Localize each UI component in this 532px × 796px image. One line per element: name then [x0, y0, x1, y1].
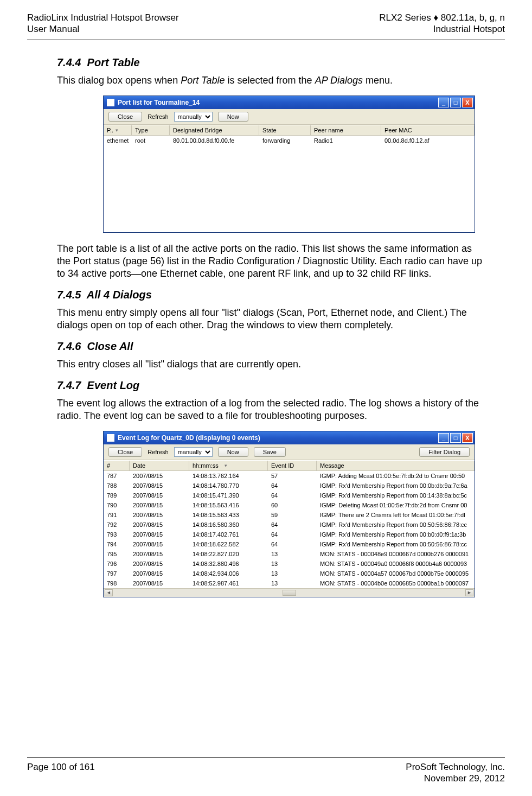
table-row[interactable]: 7982007/08/1514:08:52.987.46113MON: STAT… — [104, 578, 475, 588]
cell: 787 — [104, 471, 130, 481]
cell-peermac: 00.0d.8d.f0.12.af — [381, 136, 475, 145]
intro-744-d: AP Dialogs — [315, 75, 363, 86]
cell: 792 — [104, 520, 130, 530]
close-icon: X — [465, 99, 469, 106]
table-row[interactable]: 7882007/08/1514:08:14.780.77064IGMP: Rx'… — [104, 481, 475, 491]
cell: 793 — [104, 530, 130, 539]
scroll-left-icon[interactable]: ◄ — [105, 589, 113, 596]
cell: 64 — [268, 539, 317, 549]
port-col-bridge[interactable]: Designated Bridge — [170, 125, 259, 135]
table-row[interactable]: 7952007/08/1514:08:22.827.02013MON: STAT… — [104, 549, 475, 559]
refresh-select[interactable]: manually — [174, 112, 213, 122]
close-window-button[interactable]: X — [462, 433, 473, 443]
scroll-right-icon[interactable]: ► — [465, 589, 473, 596]
table-row[interactable]: 7902007/08/1514:08:15.563.41660IGMP: Del… — [104, 500, 475, 510]
ev-col-msg[interactable]: Message — [317, 461, 475, 470]
app-icon — [107, 99, 114, 106]
table-row[interactable]: 7942007/08/1514:08:18.622.58264IGMP: Rx'… — [104, 539, 475, 549]
heading-747-title: Event Log — [87, 379, 140, 391]
table-row[interactable]: ethernet root 80.01.00.0d.8d.f0.00.fe fo… — [104, 136, 475, 145]
cell-peer: Radio1 — [311, 136, 381, 145]
close-button[interactable]: Close — [108, 112, 142, 122]
cell: 795 — [104, 549, 130, 559]
save-button[interactable]: Save — [254, 447, 286, 457]
body-746: This entry closes all "list" dialogs tha… — [57, 358, 488, 371]
cell: IGMP: Rx'd Membership Report from 00:50:… — [317, 520, 475, 530]
cell: 797 — [104, 569, 130, 578]
cell: 2007/08/15 — [130, 569, 189, 578]
ev-col-time-label: hh:mm:ss — [193, 462, 219, 469]
heading-744: 7.4.4 Port Table — [57, 56, 488, 69]
port-list-window: Port list for Tourmaline_14 _ □ X Close … — [103, 95, 475, 233]
table-row[interactable]: 7872007/08/1514:08:13.762.16457IGMP: Add… — [104, 471, 475, 481]
heading-747: 7.4.7 Event Log — [57, 379, 488, 392]
table-row[interactable]: 7912007/08/1514:08:15.563.43359IGMP: The… — [104, 510, 475, 520]
port-col-peer[interactable]: Peer name — [311, 125, 381, 135]
cell: 14:08:14.780.770 — [189, 481, 268, 491]
table-row[interactable]: 7922007/08/1514:08:16.580.36064IGMP: Rx'… — [104, 520, 475, 530]
header-right: RLX2 Series ♦ 802.11a, b, g, n Industria… — [379, 12, 505, 35]
header-left: RadioLinx Industrial Hotspot Browser Use… — [27, 12, 179, 35]
cell: MON: STATS - 00004b0e 0000685b 0000ba1b … — [317, 578, 475, 588]
horizontal-scrollbar[interactable]: ◄ ► — [104, 588, 475, 597]
cell-bridge: 80.01.00.0d.8d.f0.00.fe — [170, 136, 259, 145]
filter-dialog-button[interactable]: Filter Dialog — [419, 447, 470, 457]
cell: 64 — [268, 481, 317, 491]
heading-745-title: All 4 Dialogs — [87, 289, 152, 301]
intro-744-e: menu. — [363, 75, 393, 86]
cell: 13 — [268, 559, 317, 569]
event-table-body: 7872007/08/1514:08:13.762.16457IGMP: Add… — [104, 471, 475, 588]
minimize-button[interactable]: _ — [438, 98, 449, 107]
heading-745: 7.4.5 All 4 Dialogs — [57, 289, 488, 301]
cell: 14:08:32.880.496 — [189, 559, 268, 569]
cell: 14:08:15.563.433 — [189, 510, 268, 520]
minimize-icon: _ — [442, 99, 445, 106]
port-col-peermac[interactable]: Peer MAC — [381, 125, 475, 135]
cell: 2007/08/15 — [130, 500, 189, 510]
footer-right-2: November 29, 2012 — [406, 773, 505, 784]
ev-col-eid[interactable]: Event ID — [268, 461, 317, 470]
table-row[interactable]: 7932007/08/1514:08:17.402.76164IGMP: Rx'… — [104, 530, 475, 539]
refresh-label: Refresh — [148, 449, 169, 455]
page-footer: Page 100 of 161 ProSoft Technology, Inc.… — [27, 753, 505, 785]
cell: 14:08:13.762.164 — [189, 471, 268, 481]
minimize-button[interactable]: _ — [438, 433, 449, 443]
close-icon: X — [465, 435, 469, 441]
minimize-icon: _ — [442, 435, 445, 441]
cell: 64 — [268, 530, 317, 539]
port-col-type[interactable]: Type — [132, 125, 170, 135]
now-button[interactable]: Now — [218, 112, 248, 122]
port-table-body: ethernet root 80.01.00.0d.8d.f0.00.fe fo… — [104, 136, 475, 232]
cell: 2007/08/15 — [130, 578, 189, 588]
cell: IGMP: Rx'd Membership Report from 00:0b:… — [317, 481, 475, 491]
heading-744-num: 7.4.4 — [57, 56, 81, 68]
port-col-state[interactable]: State — [259, 125, 311, 135]
table-row[interactable]: 7962007/08/1514:08:32.880.49613MON: STAT… — [104, 559, 475, 569]
cell: 14:08:42.934.006 — [189, 569, 268, 578]
port-col-p[interactable]: P..▾ — [104, 125, 132, 135]
ev-col-num[interactable]: # — [104, 461, 130, 470]
table-row[interactable]: 7892007/08/1514:08:15.471.39064IGMP: Rx'… — [104, 491, 475, 500]
port-table-head: P..▾ Type Designated Bridge State Peer n… — [104, 125, 475, 136]
cell: 14:08:15.563.416 — [189, 500, 268, 510]
table-row[interactable]: 7972007/08/1514:08:42.934.00613MON: STAT… — [104, 569, 475, 578]
port-window-title: Port list for Tourmaline_14 — [118, 99, 200, 106]
close-window-button[interactable]: X — [462, 98, 473, 107]
maximize-button[interactable]: □ — [450, 433, 461, 443]
close-button[interactable]: Close — [108, 447, 142, 457]
header-right-1: RLX2 Series ♦ 802.11a, b, g, n — [379, 12, 505, 23]
scroll-thumb[interactable] — [283, 590, 296, 596]
cell: IGMP: Rx'd Membership Report from 00:50:… — [317, 539, 475, 549]
cell: 794 — [104, 539, 130, 549]
ev-col-date[interactable]: Date — [130, 461, 189, 470]
cell: 14:08:17.402.761 — [189, 530, 268, 539]
cell: 64 — [268, 491, 317, 500]
cell: IGMP: Rx'd Membership Report from 00:b0:… — [317, 530, 475, 539]
maximize-button[interactable]: □ — [450, 98, 461, 107]
refresh-select[interactable]: manually — [174, 447, 213, 457]
cell: 13 — [268, 549, 317, 559]
cell: 2007/08/15 — [130, 471, 189, 481]
now-button[interactable]: Now — [218, 447, 248, 457]
ev-col-time[interactable]: hh:mm:ss ▾ — [189, 461, 268, 470]
event-table-head: # Date hh:mm:ss ▾ Event ID Message — [104, 460, 475, 471]
